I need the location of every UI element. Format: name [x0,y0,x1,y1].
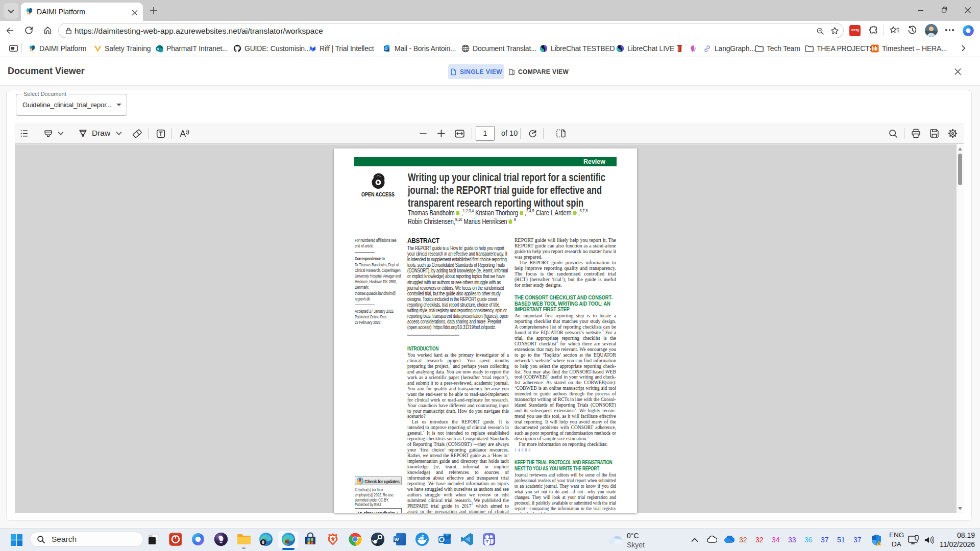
svg-text:O: O [384,46,387,51]
svg-text:W: W [395,537,399,542]
svg-text:s: s [157,47,159,51]
